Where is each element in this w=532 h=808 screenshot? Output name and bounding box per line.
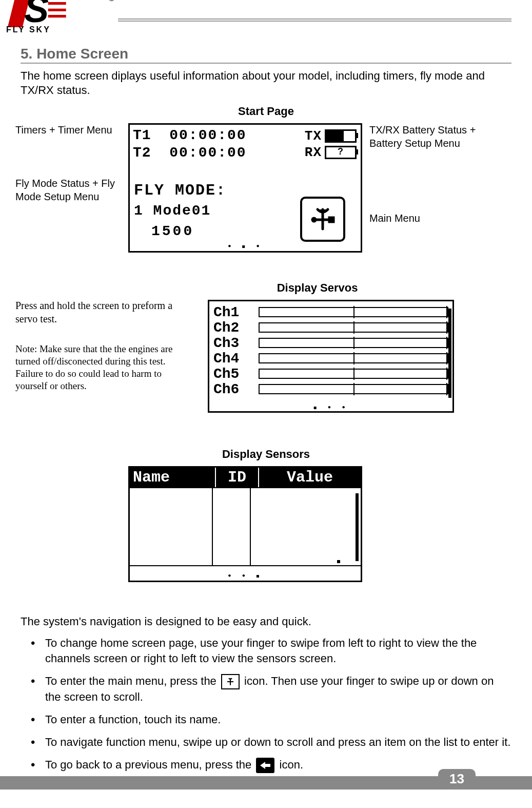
nav-bullet-3: To enter a function, touch its name.: [31, 712, 511, 727]
servo-row-ch4: Ch4: [213, 351, 448, 366]
servo-instruction: Press and hold the screen to preform a s…: [15, 299, 190, 325]
sensors-screen[interactable]: Name ID Value • • ▪: [128, 466, 362, 582]
wrench-icon: [221, 674, 240, 689]
nav-bullet-4: To navigate function menu, swipe up or d…: [31, 735, 511, 750]
callout-battery: TX/RX Battery Status + Battery Setup Men…: [369, 123, 503, 150]
callout-mainmenu: Main Menu: [369, 211, 420, 225]
header-rule: [118, 18, 511, 22]
flymode-line2: 1 Mode01: [134, 201, 226, 221]
timer1-value: 00:00:00: [169, 127, 246, 143]
col-id: ID: [216, 468, 259, 487]
scrollbar-indicator[interactable]: [356, 493, 359, 561]
nav-bullet-1: To change home screen page, use your fin…: [31, 636, 511, 666]
start-page-caption: Start Page: [21, 105, 511, 118]
timer2-value: 00:00:00: [169, 145, 246, 161]
servos-caption: Display Servos: [123, 281, 511, 295]
battery-area[interactable]: TX RX?: [305, 128, 357, 161]
flymode-area[interactable]: FLY MODE: 1 Mode01 1500: [134, 180, 226, 242]
rx-battery-icon: ?: [325, 146, 357, 159]
servo-row-ch2: Ch2: [213, 320, 448, 335]
servo-row-ch3: Ch3: [213, 335, 448, 351]
flymode-title: FLY MODE:: [134, 180, 226, 201]
servo-row-ch5: Ch5: [213, 366, 448, 381]
timer2-label: T2: [133, 145, 151, 161]
tx-battery-icon: [325, 129, 357, 143]
scrollbar-indicator[interactable]: [448, 309, 451, 398]
main-menu-icon[interactable]: [300, 197, 345, 242]
page-number: 13: [438, 769, 476, 789]
rx-label: RX: [305, 145, 322, 160]
nav-lead: The system's navigation is designed to b…: [21, 614, 511, 629]
servo-row-ch1: Ch1: [213, 304, 448, 320]
servo-warning: Note: Make sure that the the engines are…: [15, 343, 190, 392]
nav-bullet-2: To enter the main menu, press the icon. …: [31, 674, 511, 705]
timer1-label: T1: [133, 127, 151, 143]
timers-area[interactable]: T1 00:00:00 T2 00:00:00: [133, 127, 247, 162]
sensors-caption: Display Sensors: [21, 448, 511, 461]
sensors-header: Name ID Value: [130, 468, 361, 487]
servos-screen[interactable]: Ch1 Ch2 Ch3 Ch4 Ch5 Ch6 ▪ • •: [208, 300, 454, 413]
flymode-line3: 1500: [151, 221, 226, 242]
brand-header: ® ▮S≡ FLY SKY: [21, 0, 511, 46]
col-value: Value: [259, 468, 361, 487]
registered-mark: ®: [108, 0, 115, 4]
intro-text: The home screen diplays useful informati…: [21, 69, 511, 98]
page-footer: 13: [0, 776, 532, 790]
page-indicator: ▪ • •: [313, 403, 348, 411]
back-arrow-icon: [256, 758, 274, 773]
servo-row-ch6: Ch6: [213, 381, 448, 397]
flysky-logo: ® ▮S≡ FLY SKY: [6, 0, 109, 44]
section-heading: 5. Home Screen: [21, 46, 511, 64]
page-indicator: • ▪ •: [227, 242, 263, 250]
col-name: Name: [130, 468, 216, 487]
svg-rect-1: [329, 218, 333, 222]
dot-icon: [337, 560, 340, 563]
svg-point-0: [312, 218, 316, 221]
page-indicator: • • ▪: [227, 572, 263, 580]
callout-flymode: Fly Mode Status + Fly Mode Setup Menu: [15, 177, 123, 203]
callout-timers: Timers + Timer Menu: [15, 123, 112, 137]
sensors-body[interactable]: [130, 487, 361, 566]
tx-label: TX: [305, 128, 322, 144]
start-page-screen[interactable]: T1 00:00:00 T2 00:00:00 TX RX? FLY MODE:…: [128, 123, 362, 253]
